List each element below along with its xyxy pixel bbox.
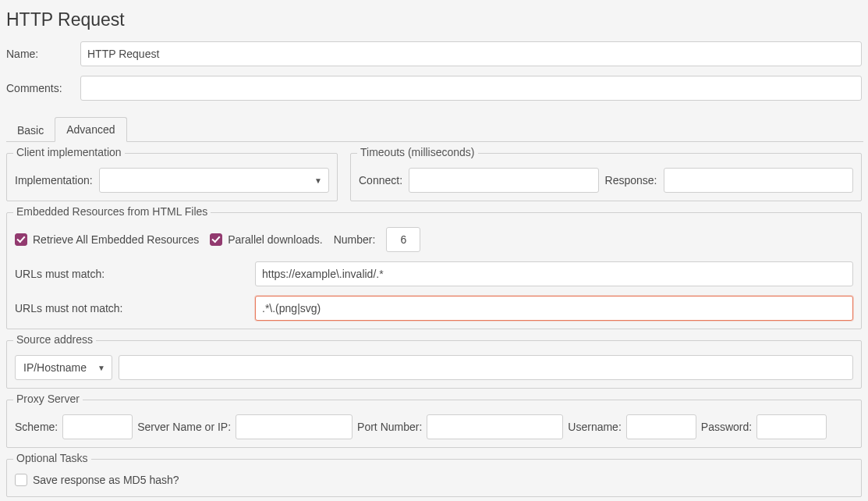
proxy-server-input[interactable] — [236, 414, 353, 439]
name-label: Name: — [6, 48, 80, 60]
implementation-label: Implementation: — [15, 174, 93, 187]
parallel-number-input[interactable] — [386, 227, 420, 252]
implementation-select[interactable]: ▼ — [99, 168, 329, 193]
urls-notmatch-label: URLs must not match: — [15, 302, 249, 314]
urls-match-label: URLs must match: — [15, 268, 249, 280]
tab-advanced[interactable]: Advanced — [55, 117, 126, 142]
optional-tasks-group: Optional Tasks Save response as MD5 hash… — [6, 459, 862, 497]
parallel-downloads-label: Parallel downloads. — [228, 233, 322, 246]
md5-checkbox[interactable]: Save response as MD5 hash? — [15, 474, 179, 486]
tab-basic[interactable]: Basic — [6, 119, 55, 142]
timeouts-group: Timeouts (milliseconds) Connect: Respons… — [350, 153, 862, 201]
proxy-password-label: Password: — [701, 421, 752, 433]
embedded-resources-group: Embedded Resources from HTML Files Retri… — [6, 212, 862, 329]
response-input[interactable] — [664, 168, 854, 193]
chevron-down-icon: ▼ — [314, 176, 322, 185]
proxy-username-label: Username: — [568, 421, 621, 433]
page-title: HTTP Request — [6, 9, 863, 30]
retrieve-all-checkbox[interactable]: Retrieve All Embedded Resources — [15, 233, 199, 246]
proxy-scheme-label: Scheme: — [15, 421, 58, 433]
name-input[interactable] — [80, 41, 862, 66]
timeouts-legend: Timeouts (milliseconds) — [357, 146, 478, 158]
source-address-legend: Source address — [13, 333, 96, 346]
parallel-downloads-checkbox[interactable]: Parallel downloads. — [210, 233, 322, 246]
proxy-server-legend: Proxy Server — [13, 393, 83, 405]
number-label: Number: — [334, 233, 376, 246]
proxy-username-input[interactable] — [626, 414, 696, 439]
md5-label: Save response as MD5 hash? — [33, 474, 179, 486]
comments-input[interactable] — [80, 76, 862, 101]
response-label: Response: — [605, 174, 657, 187]
source-address-input[interactable] — [119, 355, 853, 380]
retrieve-all-label: Retrieve All Embedded Resources — [33, 233, 199, 246]
proxy-server-label: Server Name or IP: — [137, 421, 231, 433]
proxy-port-label: Port Number: — [357, 421, 422, 433]
source-type-select[interactable]: IP/Hostname ▼ — [15, 355, 112, 380]
connect-input[interactable] — [409, 168, 599, 193]
connect-label: Connect: — [359, 174, 402, 187]
client-implementation-group: Client implementation Implementation: ▼ — [6, 153, 338, 201]
proxy-port-input[interactable] — [427, 414, 563, 439]
source-type-value: IP/Hostname — [23, 361, 87, 374]
embedded-resources-legend: Embedded Resources from HTML Files — [13, 205, 211, 218]
tab-bar: Basic Advanced — [6, 116, 863, 142]
proxy-password-input[interactable] — [756, 414, 827, 439]
optional-tasks-legend: Optional Tasks — [13, 452, 91, 464]
checkbox-unchecked-icon — [15, 474, 27, 486]
client-implementation-legend: Client implementation — [13, 146, 125, 158]
source-address-group: Source address IP/Hostname ▼ — [6, 340, 862, 389]
comments-label: Comments: — [6, 82, 80, 94]
urls-notmatch-input[interactable] — [255, 296, 853, 321]
chevron-down-icon: ▼ — [97, 364, 105, 372]
urls-match-input[interactable] — [255, 261, 853, 286]
proxy-server-group: Proxy Server Scheme: Server Name or IP: … — [6, 400, 862, 448]
checkbox-checked-icon — [210, 233, 222, 246]
proxy-scheme-input[interactable] — [62, 414, 133, 439]
checkbox-checked-icon — [15, 233, 27, 246]
